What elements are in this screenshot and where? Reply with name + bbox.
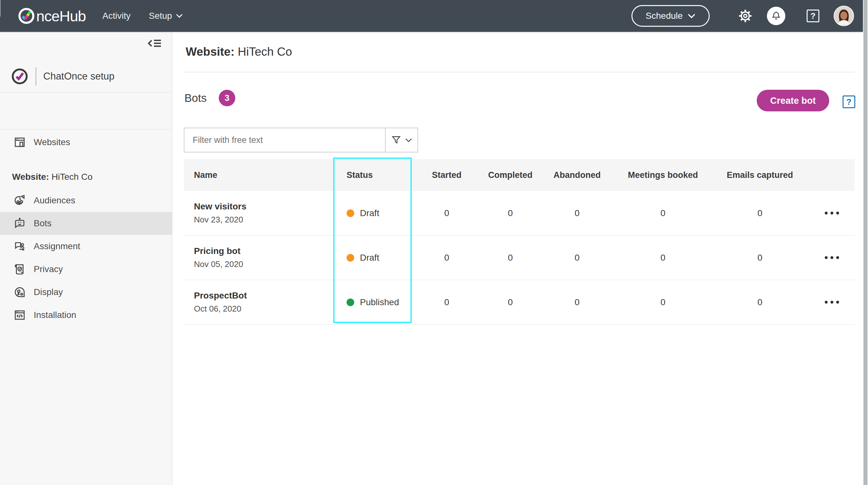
sidebar-item-label: Audiences: [34, 195, 75, 206]
nav-setup[interactable]: Setup: [149, 11, 183, 21]
column-header-completed: Completed: [482, 170, 539, 180]
column-header-status: Status: [334, 170, 412, 180]
collapse-menu-icon: [146, 36, 163, 50]
sidebar-item-assignment[interactable]: Assignment: [0, 235, 172, 258]
table-row-new-visitors[interactable]: New visitors Nov 23, 2020 Draft 0 0 0 0 …: [184, 191, 855, 235]
sidebar-collapse-button[interactable]: [146, 36, 163, 51]
sidebar-item-label: Display: [34, 287, 63, 297]
chatonce-logo-icon: [11, 67, 29, 85]
oncehub-logo[interactable]: nceHub: [17, 7, 86, 25]
user-avatar[interactable]: [834, 6, 854, 26]
assignment-icon: [13, 240, 27, 253]
chevron-down-icon: [405, 138, 412, 143]
sidebar-item-bots[interactable]: Bots: [0, 212, 172, 235]
cell-abandoned: 0: [539, 253, 615, 263]
filter-input[interactable]: [184, 135, 385, 145]
cell-completed: 0: [482, 208, 539, 218]
notifications-bell-button[interactable]: [767, 7, 785, 25]
column-header-emails-captured: Emails captured: [711, 170, 809, 180]
sidebar-website-context: Website: HiTech Co: [12, 172, 93, 182]
schedule-button-label: Schedule: [646, 11, 683, 21]
title-divider: [184, 72, 855, 72]
cell-meetings-booked: 0: [615, 253, 711, 263]
page-scrollbar[interactable]: [863, 0, 868, 485]
cell-emails-captured: 0: [711, 208, 809, 218]
help-question-icon: ?: [810, 11, 815, 21]
nav-activity[interactable]: Activity: [102, 11, 131, 21]
column-header-name: Name: [184, 170, 334, 180]
status-dot: [347, 298, 354, 306]
funnel-icon: [391, 135, 402, 145]
cell-started: 0: [412, 208, 482, 218]
page-title: Website: HiTech Co: [186, 45, 292, 59]
chatonce-bots-page: nceHub Activity Setup Schedule: [0, 0, 868, 485]
avatar-photo: [835, 7, 853, 25]
scrollbar-thumb[interactable]: [864, 0, 867, 485]
product-header: ChatOnce setup: [0, 60, 172, 92]
row-actions-menu[interactable]: [822, 208, 842, 218]
bot-name[interactable]: New visitors: [194, 201, 334, 211]
cell-started: 0: [412, 253, 482, 263]
status-dot: [347, 209, 354, 217]
sidebar-item-audiences[interactable]: Audiences: [0, 189, 172, 212]
bot-date: Nov 23, 2020: [194, 215, 334, 225]
cell-emails-captured: 0: [711, 297, 809, 307]
status-label: Published: [360, 297, 399, 307]
sidebar-divider: [0, 92, 172, 93]
status-label: Draft: [360, 208, 379, 218]
status-dot: [347, 254, 354, 262]
sidebar-item-display[interactable]: Display: [0, 281, 172, 304]
cell-abandoned: 0: [539, 297, 615, 307]
bots-count-badge: 3: [219, 90, 235, 106]
sidebar-nav: Audiences Bots: [0, 189, 172, 326]
row-actions-menu[interactable]: [822, 253, 842, 262]
cell-abandoned: 0: [539, 208, 615, 218]
cell-meetings-booked: 0: [615, 297, 711, 307]
sidebar-item-websites[interactable]: Websites: [0, 130, 172, 155]
cell-started: 0: [412, 297, 482, 307]
topbar-divider: [0, 0, 1, 17]
sidebar-item-label: Assignment: [34, 241, 80, 251]
bot-name[interactable]: ProspectBot: [194, 290, 334, 301]
sidebar-divider: [0, 129, 172, 130]
cell-completed: 0: [482, 253, 539, 263]
cell-meetings-booked: 0: [615, 208, 711, 218]
sidebar-item-label: Installation: [34, 310, 76, 320]
bell-icon: [770, 10, 782, 22]
sidebar-item-label: Websites: [34, 137, 70, 147]
table-header-row: Name Status Started Completed Abandoned …: [184, 159, 855, 191]
websites-icon: [13, 136, 27, 149]
sidebar: ChatOnce setup Websites Website: HiTech …: [0, 32, 172, 485]
help-button[interactable]: ?: [807, 9, 819, 22]
sidebar-item-installation[interactable]: Installation: [0, 304, 172, 326]
bot-name[interactable]: Pricing bot: [194, 246, 334, 256]
table-row-pricing-bot[interactable]: Pricing bot Nov 05, 2020 Draft 0 0 0 0 0: [184, 235, 855, 280]
sidebar-item-label: Privacy: [34, 264, 63, 274]
oncehub-logo-text: nceHub: [36, 7, 86, 25]
gear-icon: [738, 8, 753, 24]
create-bot-button[interactable]: Create bot: [757, 90, 829, 111]
filter-dropdown-button[interactable]: [385, 128, 417, 152]
table-row-prospectbot[interactable]: ProspectBot Oct 06, 2020 Published 0 0 0…: [184, 280, 855, 324]
display-icon: [13, 285, 27, 299]
audiences-icon: [13, 194, 27, 207]
filter-bar: [184, 127, 418, 152]
bots-icon: [13, 217, 27, 230]
sidebar-item-label: Bots: [34, 218, 52, 228]
bots-section-heading: Bots 3: [184, 90, 235, 106]
bot-date: Oct 06, 2020: [194, 304, 334, 314]
privacy-icon: [13, 262, 27, 276]
schedule-button[interactable]: Schedule: [631, 5, 710, 27]
website-label: Website:: [12, 172, 49, 182]
website-name: HiTech Co: [52, 172, 93, 182]
row-actions-menu[interactable]: [822, 297, 842, 307]
section-help-button[interactable]: ?: [843, 95, 855, 108]
sidebar-item-privacy[interactable]: Privacy: [0, 258, 172, 281]
chevron-down-icon: [176, 14, 183, 18]
settings-gear-button[interactable]: [738, 8, 753, 24]
status-label: Draft: [360, 253, 379, 263]
bots-table: Name Status Started Completed Abandoned …: [184, 159, 855, 324]
cell-completed: 0: [482, 297, 539, 307]
cell-emails-captured: 0: [711, 253, 809, 263]
chevron-down-icon: [688, 14, 695, 19]
